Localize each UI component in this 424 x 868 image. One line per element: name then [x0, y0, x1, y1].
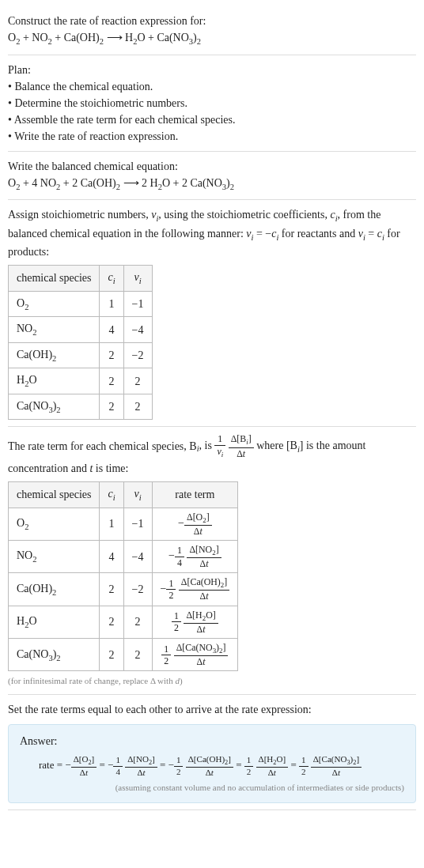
- col-species: chemical species: [9, 266, 100, 292]
- plan-item: Determine the stoichiometric numbers.: [8, 95, 416, 111]
- cell-vi: −1: [123, 291, 152, 317]
- intro-pre: The rate term for each chemical species,…: [8, 440, 197, 452]
- table-row: Ca(OH)22−2−12 Δ[Ca(OH)2]Δt: [9, 573, 238, 606]
- table-row: Ca(NO3)22212 Δ[Ca(NO3)2]Δt: [9, 639, 238, 671]
- answer-box: Answer: rate = −Δ[O2]Δt = −14 Δ[NO2]Δt =…: [8, 724, 416, 803]
- col-vi: νi: [123, 482, 152, 508]
- cell-vi: −4: [123, 541, 152, 573]
- plan-item: Balance the chemical equation.: [8, 78, 416, 95]
- cell-ci: 1: [100, 508, 123, 540]
- cell-term: −Δ[O2]Δt: [152, 508, 238, 540]
- cell-species: NO2: [9, 541, 100, 573]
- cell-ci: 4: [100, 541, 123, 573]
- rate-terms-section: The rate term for each chemical species,…: [8, 427, 416, 694]
- cell-vi: −1: [123, 508, 152, 540]
- cell-term: −14 Δ[NO2]Δt: [152, 541, 238, 573]
- final-section: Set the rate terms equal to each other t…: [8, 695, 416, 810]
- table-header-row: chemical species ci νi rate term: [9, 482, 238, 508]
- col-rate-term: rate term: [152, 482, 238, 508]
- cell-ci: 2: [100, 606, 123, 638]
- cell-vi: −4: [123, 317, 152, 343]
- cell-species: NO2: [9, 317, 100, 343]
- plan-item: Write the rate of reaction expression.: [8, 128, 416, 145]
- cell-term: 12 Δ[Ca(NO3)2]Δt: [152, 639, 238, 671]
- table-row: NO24−4: [9, 317, 153, 343]
- table-header-row: chemical species ci νi: [9, 266, 153, 292]
- cell-species: Ca(OH)2: [9, 342, 100, 368]
- rate-terms-intro: The rate term for each chemical species,…: [8, 433, 416, 477]
- answer-expression: rate = −Δ[O2]Δt = −14 Δ[NO2]Δt = −12 Δ[C…: [20, 754, 404, 778]
- table-row: H2O2212 Δ[H2O]Δt: [9, 606, 238, 638]
- balanced-intro: Write the balanced chemical equation:: [8, 158, 416, 175]
- rate-terms-table: chemical species ci νi rate term O21−1−Δ…: [8, 481, 238, 671]
- cell-ci: 2: [100, 342, 123, 368]
- plan-section: Plan: Balance the chemical equation. Det…: [8, 55, 416, 152]
- cell-ci: 2: [100, 639, 123, 671]
- plan-title: Plan:: [8, 62, 416, 78]
- cell-vi: 2: [123, 639, 152, 671]
- cell-term: −12 Δ[Ca(OH)2]Δt: [152, 573, 238, 606]
- cell-species: O2: [9, 508, 100, 540]
- final-intro: Set the rate terms equal to each other t…: [8, 701, 416, 718]
- plan-list: Balance the chemical equation. Determine…: [8, 78, 416, 145]
- cell-vi: 2: [123, 394, 152, 420]
- intro-section: Construct the rate of reaction expressio…: [8, 6, 416, 55]
- cell-vi: 2: [123, 606, 152, 638]
- col-ci: ci: [100, 482, 123, 508]
- col-vi: νi: [123, 266, 152, 292]
- table-row: O21−1−Δ[O2]Δt: [9, 508, 238, 540]
- cell-species: H2O: [9, 606, 100, 638]
- cell-species: Ca(NO3)2: [9, 394, 100, 420]
- col-species: chemical species: [9, 482, 100, 508]
- balanced-section: Write the balanced chemical equation: O2…: [8, 152, 416, 201]
- plan-item: Assemble the rate term for each chemical…: [8, 111, 416, 128]
- cell-term: 12 Δ[H2O]Δt: [152, 606, 238, 638]
- table-row: Ca(OH)22−2: [9, 342, 153, 368]
- cell-species: Ca(OH)2: [9, 573, 100, 606]
- cell-species: O2: [9, 291, 100, 317]
- cell-ci: 2: [100, 394, 123, 420]
- cell-species: H2O: [9, 368, 100, 394]
- balanced-equation: O2 + 4 NO2 + 2 Ca(OH)2 ⟶ 2 H2O + 2 Ca(NO…: [8, 175, 416, 194]
- cell-ci: 2: [100, 573, 123, 606]
- table-row: Ca(NO3)222: [9, 394, 153, 420]
- rate-terms-footnote: (for infinitesimal rate of change, repla…: [8, 674, 416, 688]
- intro-equation: O2 + NO2 + Ca(OH)2 ⟶ H2O + Ca(NO3)2: [8, 29, 416, 48]
- cell-vi: −2: [123, 342, 152, 368]
- cell-ci: 1: [100, 291, 123, 317]
- cell-vi: 2: [123, 368, 152, 394]
- table-row: H2O22: [9, 368, 153, 394]
- answer-label: Answer:: [20, 733, 404, 749]
- cell-ci: 4: [100, 317, 123, 343]
- stoich-table: chemical species ci νi O21−1 NO24−4 Ca(O…: [8, 265, 153, 420]
- cell-ci: 2: [100, 368, 123, 394]
- stoich-section: Assign stoichiometric numbers, νi, using…: [8, 200, 416, 427]
- cell-species: Ca(NO3)2: [9, 639, 100, 671]
- cell-vi: −2: [123, 573, 152, 606]
- table-row: NO24−4−14 Δ[NO2]Δt: [9, 541, 238, 573]
- col-ci: ci: [100, 266, 123, 292]
- intro-prompt: Construct the rate of reaction expressio…: [8, 13, 416, 29]
- table-row: O21−1: [9, 291, 153, 317]
- stoich-intro: Assign stoichiometric numbers, νi, using…: [8, 206, 416, 260]
- answer-assumption: (assuming constant volume and no accumul…: [20, 781, 404, 794]
